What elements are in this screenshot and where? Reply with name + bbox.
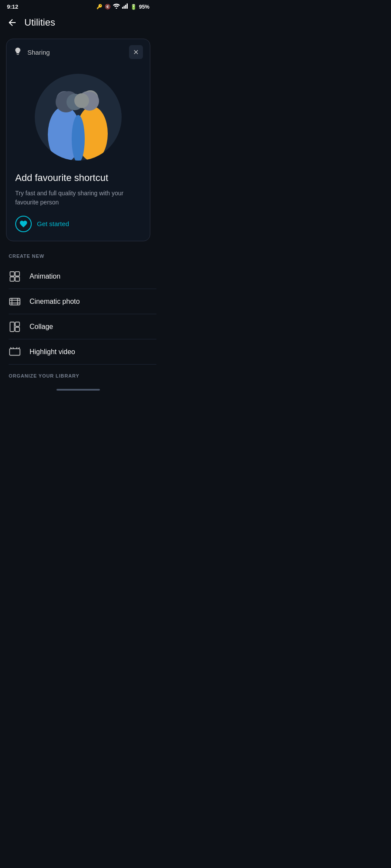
heart-icon: [15, 216, 32, 232]
svg-rect-22: [10, 298, 20, 305]
svg-rect-1: [122, 7, 123, 9]
svg-rect-2: [123, 6, 125, 9]
sharing-label: Sharing: [27, 49, 50, 56]
get-started-label: Get started: [37, 220, 69, 227]
sharing-illustration: [35, 74, 122, 161]
mute-icon: 🔇: [105, 4, 111, 10]
close-button[interactable]: [129, 45, 143, 59]
collage-menu-item[interactable]: Collage: [0, 314, 156, 339]
illustration-container: [7, 65, 150, 165]
cinematic-photo-label: Cinematic photo: [30, 298, 80, 306]
home-indicator: [56, 389, 100, 391]
svg-point-14: [72, 115, 85, 161]
header: Utilities: [0, 12, 156, 35]
collage-label: Collage: [30, 323, 53, 331]
animation-icon: [9, 271, 21, 282]
card-title: Add favourite shortcut: [15, 172, 141, 184]
page-title: Utilities: [24, 17, 55, 28]
svg-point-0: [116, 8, 117, 9]
back-button[interactable]: [7, 17, 17, 28]
status-icons: 🔑 🔇 🔋 95%: [96, 3, 149, 10]
svg-point-16: [74, 93, 89, 108]
svg-rect-19: [15, 272, 20, 276]
svg-rect-29: [15, 327, 20, 332]
card-header: Sharing: [7, 39, 150, 65]
svg-rect-18: [10, 272, 14, 276]
highlight-video-menu-item[interactable]: Highlight video: [0, 339, 156, 365]
key-icon: 🔑: [96, 4, 103, 10]
card-description: Try fast and full quality sharing with y…: [15, 189, 141, 207]
organize-section-label: ORGANIZE YOUR LIBRARY: [0, 365, 156, 382]
battery-icon: 🔋: [130, 4, 137, 10]
bulb-icon: [13, 47, 22, 58]
collage-icon: [9, 321, 21, 332]
status-bar: 9:12 🔑 🔇 🔋 95%: [0, 0, 156, 12]
bottom-bar: [0, 382, 156, 394]
status-time: 9:12: [7, 3, 18, 10]
wifi-icon: [113, 3, 120, 10]
create-new-section-label: CREATE NEW: [0, 250, 156, 264]
get-started-row[interactable]: Get started: [15, 216, 141, 232]
card-content: Add favourite shortcut Try fast and full…: [7, 165, 150, 241]
svg-rect-4: [126, 3, 128, 9]
battery-percent: 95%: [139, 4, 149, 10]
svg-rect-21: [15, 277, 20, 281]
svg-rect-20: [10, 277, 14, 281]
highlight-video-label: Highlight video: [30, 348, 75, 356]
cinematic-photo-menu-item[interactable]: Cinematic photo: [0, 289, 156, 314]
card-header-left: Sharing: [13, 47, 50, 58]
svg-rect-27: [10, 322, 14, 332]
signal-icon: [122, 3, 128, 10]
animation-menu-item[interactable]: Animation: [0, 264, 156, 289]
animation-label: Animation: [30, 273, 60, 280]
highlight-video-icon: [9, 346, 21, 358]
svg-rect-30: [10, 349, 20, 355]
cinematic-photo-icon: [9, 296, 21, 307]
svg-rect-3: [125, 5, 126, 9]
sharing-card: Sharing: [6, 39, 150, 241]
svg-rect-28: [15, 322, 20, 326]
